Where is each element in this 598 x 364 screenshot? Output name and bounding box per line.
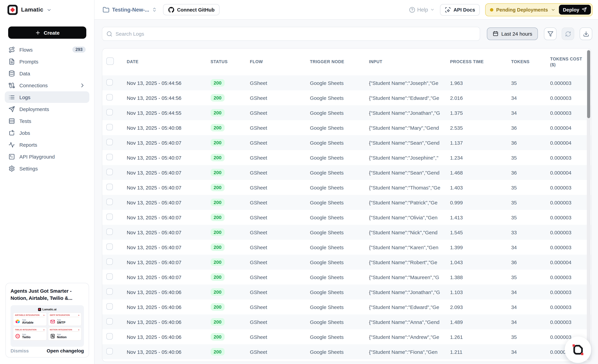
- table-row[interactable]: Nov 13, 2025 - 05:40:07200GSheetGoogle S…: [102, 210, 591, 225]
- table-row[interactable]: Nov 13, 2025 - 05:40:06200GSheetGoogle S…: [102, 299, 591, 315]
- sidebar-item-connections[interactable]: Connections: [5, 80, 89, 91]
- row-checkbox[interactable]: [106, 184, 113, 190]
- project-selector[interactable]: Testing-New-...: [103, 6, 157, 13]
- help-menu[interactable]: Help: [409, 7, 435, 13]
- cell-tokens: 35: [507, 334, 546, 340]
- search-icon: [106, 31, 112, 37]
- search-input[interactable]: [116, 31, 476, 37]
- cell-tokens: 34: [507, 349, 546, 355]
- refresh-icon: [565, 31, 571, 37]
- row-checkbox[interactable]: [106, 109, 113, 115]
- status-badge: 200: [210, 303, 224, 311]
- connect-github-button[interactable]: Connect GitHub: [163, 4, 220, 15]
- row-checkbox[interactable]: [106, 199, 113, 205]
- header-tokens-cost: TOKENS COST ($): [546, 56, 591, 68]
- row-checkbox[interactable]: [106, 303, 113, 310]
- row-checkbox[interactable]: [106, 348, 113, 355]
- table-row[interactable]: Nov 13, 2025 - 05:40:07200GSheetGoogle S…: [102, 225, 591, 240]
- table-row[interactable]: Nov 13, 2025 - 05:44:56200GSheetGoogle S…: [102, 75, 591, 90]
- sidebar: Lamatic Create Flows293PromptsDataConnec…: [0, 0, 94, 364]
- table-row[interactable]: Nov 13, 2025 - 05:40:07200GSheetGoogle S…: [102, 135, 591, 150]
- sidebar-item-flows[interactable]: Flows293: [5, 44, 89, 55]
- select-all-checkbox[interactable]: [106, 57, 114, 65]
- open-changelog-button[interactable]: Open changelog: [47, 348, 84, 354]
- cell-process-time: 1.963: [446, 80, 507, 86]
- sidebar-item-data[interactable]: Data: [5, 68, 89, 79]
- table-row[interactable]: Nov 13, 2025 - 05:40:08200GSheetGoogle S…: [102, 120, 591, 135]
- table-row[interactable]: Nov 13, 2025 - 05:40:07200GSheetGoogle S…: [102, 270, 591, 284]
- api-docs-button[interactable]: API Docs: [440, 4, 480, 16]
- row-checkbox[interactable]: [106, 333, 113, 340]
- table-row[interactable]: Nov 13, 2025 - 05:44:56200GSheetGoogle S…: [102, 90, 591, 105]
- table-row[interactable]: Nov 13, 2025 - 05:40:07200GSheetGoogle S…: [102, 195, 591, 210]
- table-row[interactable]: Nov 13, 2025 - 05:44:55200GSheetGoogle S…: [102, 105, 591, 120]
- deploy-button[interactable]: Deploy: [559, 5, 591, 15]
- table-row[interactable]: Nov 13, 2025 - 05:40:07200GSheetGoogle S…: [102, 240, 591, 255]
- row-checkbox[interactable]: [106, 124, 113, 130]
- pending-deployments-dropdown[interactable]: Pending Deployments Deploy: [485, 3, 593, 16]
- table-header-row: DATE STATUS FLOW TRIGGER NODE INPUT PROC…: [102, 49, 591, 75]
- row-checkbox[interactable]: [106, 243, 113, 250]
- cell-tokens: 34: [507, 110, 546, 116]
- refresh-button[interactable]: [562, 27, 574, 40]
- status-badge: 200: [210, 228, 224, 236]
- sidebar-item-label: Flows: [19, 47, 33, 52]
- app-root: Lamatic Create Flows293PromptsDataConnec…: [0, 0, 598, 364]
- table-row[interactable]: Nov 13, 2025 - 05:40:06200GSheetGoogle S…: [102, 315, 591, 329]
- cell-tokens-cost: 0.000003: [546, 289, 591, 295]
- time-range-label: Last 24 hours: [501, 31, 532, 37]
- cell-input: {"Student Name":"Maureen","G: [365, 274, 446, 280]
- dismiss-button[interactable]: Dismiss: [10, 348, 29, 354]
- cell-tokens: 34: [507, 319, 546, 325]
- row-checkbox[interactable]: [106, 273, 113, 280]
- row-checkbox[interactable]: [106, 169, 113, 175]
- cell-date: Nov 13, 2025 - 05:40:06: [123, 334, 206, 340]
- sidebar-item-logs[interactable]: Logs: [5, 91, 89, 103]
- table-row[interactable]: Nov 13, 2025 - 05:40:07200GSheetGoogle S…: [102, 180, 591, 195]
- row-checkbox[interactable]: [106, 94, 113, 100]
- cell-process-time: 1.399: [446, 244, 507, 250]
- status-badge: 200: [210, 199, 224, 206]
- sidebar-item-deployments[interactable]: Deployments: [5, 103, 89, 115]
- twilio-icon: [15, 333, 20, 339]
- row-checkbox[interactable]: [106, 288, 113, 295]
- sidebar-item-prompts[interactable]: Prompts: [5, 56, 89, 67]
- cell-trigger-node: Google Sheets: [306, 80, 365, 86]
- table-row[interactable]: Nov 13, 2025 - 05:40:06200GSheetGoogle S…: [102, 329, 591, 344]
- sidebar-item-api-playground[interactable]: API Playground: [5, 151, 89, 162]
- cell-trigger-node: Google Sheets: [306, 289, 365, 295]
- sidebar-item-reports[interactable]: Reports: [5, 139, 89, 150]
- api-docs-label: API Docs: [453, 7, 475, 12]
- filter-button[interactable]: [544, 27, 556, 40]
- row-checkbox[interactable]: [106, 259, 113, 265]
- status-badge: 200: [210, 288, 224, 296]
- assistant-widget-button[interactable]: [565, 337, 591, 363]
- row-checkbox[interactable]: [106, 139, 113, 145]
- sidebar-item-settings[interactable]: Settings: [5, 163, 89, 174]
- time-range-button[interactable]: Last 24 hours: [487, 27, 538, 40]
- create-button[interactable]: Create: [8, 26, 86, 39]
- cell-trigger-node: Google Sheets: [306, 229, 365, 235]
- header-process-time: PROCESS TIME: [446, 59, 507, 65]
- row-checkbox[interactable]: [106, 318, 113, 325]
- row-checkbox[interactable]: [106, 79, 113, 86]
- row-checkbox[interactable]: [106, 228, 113, 235]
- sidebar-item-jobs[interactable]: Jobs: [5, 127, 89, 138]
- row-checkbox[interactable]: [106, 154, 113, 160]
- cell-tokens-cost: 0.000003: [546, 155, 591, 161]
- table-row[interactable]: Nov 13, 2025 - 05:40:07200GSheetGoogle S…: [102, 255, 591, 270]
- workspace-switcher[interactable]: Lamatic: [0, 0, 94, 15]
- sidebar-item-tests[interactable]: Tests: [5, 115, 89, 127]
- cell-trigger-node: Google Sheets: [306, 200, 365, 205]
- cell-date: Nov 13, 2025 - 05:40:07: [123, 244, 206, 250]
- table-scrollbar[interactable]: [587, 49, 590, 361]
- table-row[interactable]: Nov 13, 2025 - 05:40:06200GSheetGoogle S…: [102, 344, 591, 359]
- status-badge: 200: [210, 348, 224, 356]
- row-checkbox[interactable]: [106, 214, 113, 220]
- table-row[interactable]: Nov 13, 2025 - 05:40:06200GSheetGoogle S…: [102, 284, 591, 299]
- table-row[interactable]: Nov 13, 2025 - 05:40:07200GSheetGoogle S…: [102, 165, 591, 180]
- table-row[interactable]: Nov 13, 2025 - 05:40:07200GSheetGoogle S…: [102, 150, 591, 165]
- download-button[interactable]: [580, 27, 592, 40]
- table-scrollbar-thumb[interactable]: [587, 50, 590, 118]
- header-trigger-node: TRIGGER NODE: [306, 59, 365, 65]
